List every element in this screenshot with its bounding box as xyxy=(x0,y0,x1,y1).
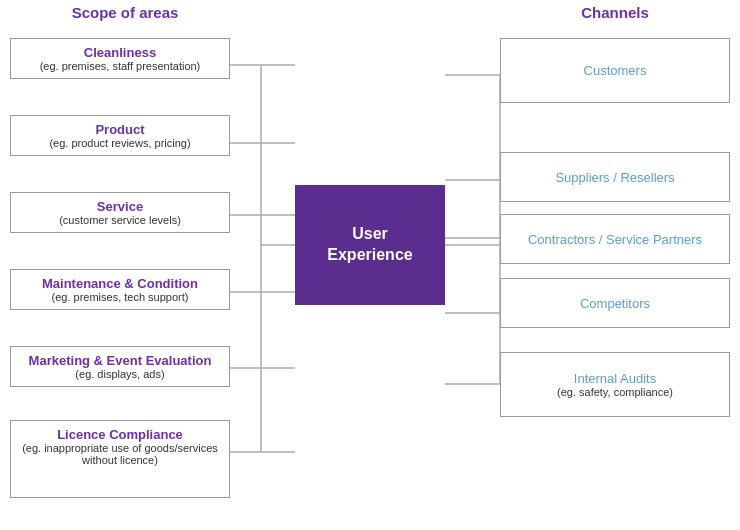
diagram: Scope of areas Channels xyxy=(0,0,740,530)
channel-suppliers-title: Suppliers / Resellers xyxy=(555,170,674,185)
scope-marketing: Marketing & Event Evaluation (eg. displa… xyxy=(10,346,230,387)
scope-maintenance-title: Maintenance & Condition xyxy=(19,276,221,291)
channel-internal-audits-title: Internal Audits xyxy=(574,371,656,386)
center-line1: User xyxy=(352,225,388,242)
scope-cleanliness-sub: (eg. premises, staff presentation) xyxy=(19,60,221,72)
scope-marketing-title: Marketing & Event Evaluation xyxy=(19,353,221,368)
scope-product-sub: (eg. product reviews, pricing) xyxy=(19,137,221,149)
channel-contractors: Contractors / Service Partners xyxy=(500,214,730,264)
scope-licence-sub: (eg. inappropriate use of goods/services… xyxy=(19,442,221,466)
scope-service: Service (customer service levels) xyxy=(10,192,230,233)
channel-internal-audits-sub: (eg. safety, compliance) xyxy=(557,386,673,398)
scope-product: Product (eg. product reviews, pricing) xyxy=(10,115,230,156)
channels-header: Channels xyxy=(500,4,730,21)
channel-competitors: Competitors xyxy=(500,278,730,328)
scope-maintenance-sub: (eg. premises, tech support) xyxy=(19,291,221,303)
scope-service-sub: (customer service levels) xyxy=(19,214,221,226)
scope-licence: Licence Compliance (eg. inappropriate us… xyxy=(10,420,230,498)
channel-internal-audits: Internal Audits (eg. safety, compliance) xyxy=(500,352,730,417)
scope-header: Scope of areas xyxy=(10,4,240,21)
scope-maintenance: Maintenance & Condition (eg. premises, t… xyxy=(10,269,230,310)
scope-product-title: Product xyxy=(19,122,221,137)
scope-cleanliness: Cleanliness (eg. premises, staff present… xyxy=(10,38,230,79)
channel-competitors-title: Competitors xyxy=(580,296,650,311)
scope-cleanliness-title: Cleanliness xyxy=(19,45,221,60)
center-user-experience: User Experience xyxy=(295,185,445,305)
scope-licence-title: Licence Compliance xyxy=(19,427,221,442)
scope-service-title: Service xyxy=(19,199,221,214)
channel-suppliers: Suppliers / Resellers xyxy=(500,152,730,202)
center-line2: Experience xyxy=(327,246,412,263)
scope-marketing-sub: (eg. displays, ads) xyxy=(19,368,221,380)
channel-contractors-title: Contractors / Service Partners xyxy=(528,232,702,247)
channel-customers: Customers xyxy=(500,38,730,103)
channel-customers-title: Customers xyxy=(584,63,647,78)
